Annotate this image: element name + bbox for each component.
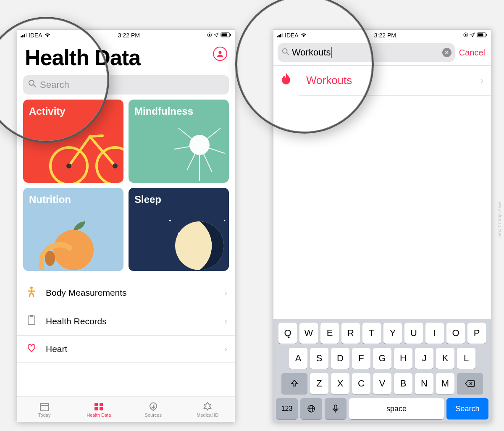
- svg-rect-1: [209, 34, 210, 36]
- key-m[interactable]: M: [436, 373, 454, 394]
- page-title: Health Data: [17, 41, 235, 73]
- key-w[interactable]: W: [299, 323, 318, 344]
- search-result-workouts[interactable]: Workouts ›: [299, 66, 491, 96]
- chevron-right-icon: ›: [224, 316, 227, 326]
- tab-health-data[interactable]: Health Data: [72, 397, 126, 422]
- key-g[interactable]: G: [373, 348, 391, 369]
- key-c[interactable]: C: [352, 373, 370, 394]
- svg-rect-33: [40, 403, 49, 411]
- svg-rect-36: [100, 403, 103, 406]
- row-records-label: Health Records: [46, 316, 107, 326]
- key-o[interactable]: O: [446, 323, 465, 344]
- clear-button[interactable]: ✕: [442, 48, 452, 57]
- location-icon: [214, 32, 219, 39]
- category-tiles: Activity Mindfulness Nutrition: [17, 100, 235, 271]
- svg-line-45: [287, 53, 289, 55]
- keyboard-row-2: ASDFGHJKL: [275, 348, 489, 369]
- globe-key[interactable]: [300, 398, 322, 419]
- key-j[interactable]: J: [415, 348, 433, 369]
- row-health-records[interactable]: Health Records ›: [17, 307, 235, 336]
- svg-rect-40: [465, 34, 467, 36]
- svg-point-24: [178, 233, 179, 234]
- key-h[interactable]: H: [394, 348, 412, 369]
- tab-medical-id[interactable]: Medical ID: [181, 397, 235, 422]
- profile-button[interactable]: [213, 47, 227, 61]
- battery-icon: [477, 32, 488, 39]
- tile-activity-label: Activity: [29, 105, 66, 117]
- key-v[interactable]: V: [373, 373, 391, 394]
- flame-icon: [280, 72, 292, 89]
- phone-search-workouts: IDEA 3:22 PM Workouts ✕ Cancel Workouts …: [273, 29, 491, 422]
- tab-sources[interactable]: Sources: [126, 397, 181, 422]
- row-body-measurements[interactable]: Body Measurements ›: [17, 279, 235, 307]
- phone-health-data: IDEA 3:22 PM Health Data Search Activity: [17, 29, 235, 422]
- key-d[interactable]: D: [331, 348, 349, 369]
- chevron-right-icon: ›: [224, 344, 227, 354]
- search-key[interactable]: Search: [446, 398, 488, 419]
- key-k[interactable]: K: [436, 348, 454, 369]
- key-t[interactable]: T: [362, 323, 381, 344]
- watermark: www.deuaq.com: [498, 202, 502, 238]
- row-heart[interactable]: Heart ›: [17, 336, 235, 363]
- key-x[interactable]: X: [331, 373, 349, 394]
- row-heart-label: Heart: [46, 344, 67, 354]
- search-header: Workouts ✕ Cancel: [273, 41, 491, 66]
- tile-sleep[interactable]: Sleep: [129, 188, 229, 271]
- key-q[interactable]: Q: [278, 323, 297, 344]
- tile-nutrition[interactable]: Nutrition: [23, 188, 123, 271]
- carrier-label: IDEA: [29, 32, 42, 39]
- dictation-key[interactable]: [325, 398, 346, 419]
- tab-today[interactable]: Today: [17, 397, 72, 422]
- svg-rect-31: [28, 316, 35, 325]
- location-icon: [470, 32, 475, 39]
- tab-medical-id-label: Medical ID: [197, 413, 218, 418]
- numbers-key[interactable]: 123: [276, 398, 298, 419]
- key-s[interactable]: S: [310, 348, 328, 369]
- svg-rect-38: [100, 407, 103, 410]
- backspace-key[interactable]: [457, 373, 483, 394]
- chevron-right-icon: ›: [480, 76, 483, 85]
- clock: 3:22 PM: [51, 32, 207, 39]
- category-list: Body Measurements › Health Records › Hea…: [17, 279, 235, 363]
- keyboard-row-1: QWERTYUIOP: [275, 323, 489, 344]
- key-b[interactable]: B: [394, 373, 412, 394]
- lock-icon: [463, 32, 468, 39]
- tile-activity[interactable]: Activity: [23, 100, 123, 183]
- key-p[interactable]: P: [467, 323, 486, 344]
- svg-rect-4: [230, 34, 231, 36]
- cancel-button[interactable]: Cancel: [459, 48, 487, 58]
- key-n[interactable]: N: [415, 373, 433, 394]
- signal-icon: [277, 33, 283, 37]
- heart-icon: [25, 343, 38, 355]
- svg-point-44: [283, 49, 287, 53]
- key-f[interactable]: F: [352, 348, 370, 369]
- key-r[interactable]: R: [341, 323, 360, 344]
- svg-line-30: [33, 294, 34, 297]
- tile-mindfulness-label: Mindfulness: [134, 105, 193, 117]
- search-placeholder: Search: [40, 79, 69, 90]
- svg-point-23: [169, 220, 171, 221]
- key-e[interactable]: E: [320, 323, 339, 344]
- clock: 3:22 PM: [307, 32, 463, 39]
- search-input[interactable]: Workouts ✕: [278, 43, 455, 62]
- wifi-icon: [300, 32, 307, 39]
- space-key[interactable]: space: [349, 398, 444, 419]
- text-cursor: [331, 47, 332, 58]
- key-z[interactable]: Z: [310, 373, 328, 394]
- svg-rect-42: [478, 34, 483, 37]
- search-input[interactable]: Search: [23, 75, 229, 95]
- shift-key[interactable]: [281, 373, 307, 394]
- key-i[interactable]: I: [425, 323, 444, 344]
- result-label: Workouts: [306, 74, 352, 87]
- key-y[interactable]: Y: [383, 323, 402, 344]
- svg-point-10: [66, 163, 71, 168]
- status-bar: IDEA 3:22 PM: [17, 30, 235, 41]
- keyboard-row-3: ZXCVBNM: [275, 373, 489, 394]
- tile-mindfulness[interactable]: Mindfulness: [129, 100, 229, 183]
- svg-rect-43: [486, 34, 487, 36]
- key-a[interactable]: A: [289, 348, 307, 369]
- wifi-icon: [44, 32, 51, 39]
- key-l[interactable]: L: [457, 348, 475, 369]
- svg-rect-35: [94, 403, 98, 406]
- key-u[interactable]: U: [404, 323, 423, 344]
